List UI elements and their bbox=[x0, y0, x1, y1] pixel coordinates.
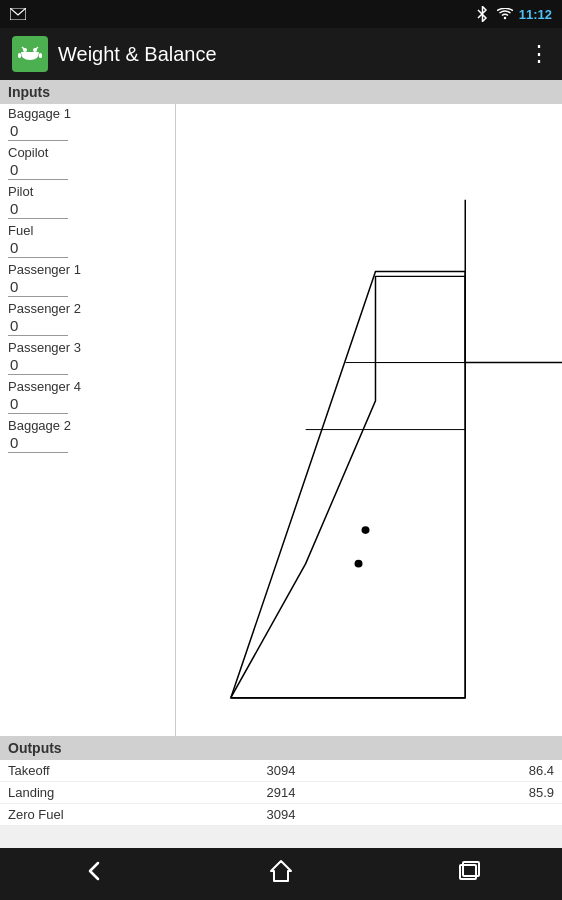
input-label: Copilot bbox=[8, 145, 167, 160]
main-content: Baggage 1CopilotPilotFuelPassenger 1Pass… bbox=[0, 104, 562, 736]
svg-rect-6 bbox=[39, 53, 42, 58]
output-row: Takeoff309486.4 bbox=[0, 760, 562, 782]
input-label: Baggage 1 bbox=[8, 106, 167, 121]
output-value2 bbox=[372, 807, 554, 822]
input-field[interactable] bbox=[8, 238, 68, 258]
input-field[interactable] bbox=[8, 394, 68, 414]
input-label: Passenger 3 bbox=[8, 340, 167, 355]
input-row: Passenger 3 bbox=[0, 338, 175, 377]
svg-point-16 bbox=[355, 560, 363, 568]
title-bar: Weight & Balance ⋮ bbox=[0, 28, 562, 80]
menu-icon[interactable]: ⋮ bbox=[528, 41, 550, 67]
wifi-icon bbox=[497, 6, 513, 22]
home-button[interactable] bbox=[267, 857, 295, 891]
inputs-panel: Baggage 1CopilotPilotFuelPassenger 1Pass… bbox=[0, 104, 175, 736]
input-field[interactable] bbox=[8, 433, 68, 453]
output-label: Landing bbox=[8, 785, 190, 800]
output-row: Landing291485.9 bbox=[0, 782, 562, 804]
output-value2: 85.9 bbox=[372, 785, 554, 800]
input-field[interactable] bbox=[8, 121, 68, 141]
envelope-chart bbox=[176, 104, 562, 736]
input-row: Passenger 4 bbox=[0, 377, 175, 416]
output-label: Zero Fuel bbox=[8, 807, 190, 822]
output-row: Zero Fuel3094 bbox=[0, 804, 562, 826]
status-bar: 11:12 bbox=[0, 0, 562, 28]
input-row: Copilot bbox=[0, 143, 175, 182]
input-field[interactable] bbox=[8, 277, 68, 297]
output-label: Takeoff bbox=[8, 763, 190, 778]
svg-rect-5 bbox=[18, 53, 21, 58]
input-row: Baggage 2 bbox=[0, 416, 175, 455]
output-value: 3094 bbox=[190, 807, 372, 822]
output-value: 2914 bbox=[190, 785, 372, 800]
output-value2: 86.4 bbox=[372, 763, 554, 778]
input-label: Baggage 2 bbox=[8, 418, 167, 433]
email-icon bbox=[10, 6, 26, 22]
output-value: 3094 bbox=[190, 763, 372, 778]
nav-bar bbox=[0, 848, 562, 900]
inputs-section-header: Inputs bbox=[0, 80, 562, 104]
chart-area bbox=[175, 104, 562, 736]
input-label: Passenger 2 bbox=[8, 301, 167, 316]
app-title: Weight & Balance bbox=[58, 43, 217, 66]
back-button[interactable] bbox=[80, 857, 108, 891]
input-label: Fuel bbox=[8, 223, 167, 238]
app-icon bbox=[12, 36, 48, 72]
input-row: Passenger 2 bbox=[0, 299, 175, 338]
input-field[interactable] bbox=[8, 355, 68, 375]
time-display: 11:12 bbox=[519, 7, 552, 22]
input-field[interactable] bbox=[8, 316, 68, 336]
svg-marker-17 bbox=[271, 861, 291, 881]
recents-button[interactable] bbox=[454, 857, 482, 891]
svg-point-15 bbox=[362, 526, 370, 534]
input-row: Pilot bbox=[0, 182, 175, 221]
input-row: Fuel bbox=[0, 221, 175, 260]
input-label: Pilot bbox=[8, 184, 167, 199]
outputs-section-header: Outputs bbox=[0, 736, 562, 760]
bluetooth-icon bbox=[475, 6, 491, 22]
input-label: Passenger 1 bbox=[8, 262, 167, 277]
input-field[interactable] bbox=[8, 199, 68, 219]
input-field[interactable] bbox=[8, 160, 68, 180]
outputs-panel: Takeoff309486.4Landing291485.9Zero Fuel3… bbox=[0, 760, 562, 826]
input-row: Passenger 1 bbox=[0, 260, 175, 299]
input-row: Baggage 1 bbox=[0, 104, 175, 143]
input-label: Passenger 4 bbox=[8, 379, 167, 394]
